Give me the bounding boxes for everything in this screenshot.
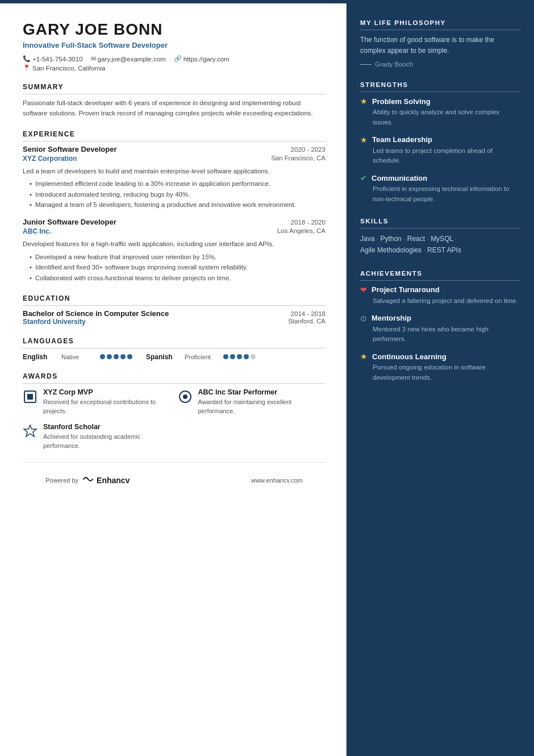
logo-icon [82,473,94,488]
achievement-item-1: ⊙ Mentorship Mentored 3 new hires who be… [360,314,520,344]
edu-degree-0: Bachelor of Science in Computer Science [23,309,169,318]
strength-icon-star-0: ★ [360,97,368,106]
dot [127,354,132,359]
award-title-2: Stanford Scholar [43,423,171,431]
link-icon: 🔗 [174,55,182,63]
award-item-2: Stanford Scholar Achieved for outstandin… [23,423,171,451]
dot [107,354,112,359]
footer-url: www.enhancv.com [251,477,303,484]
strength-header-2: ✔ Communication [360,173,520,182]
bullet-0-1: Introduced automated testing, reducing b… [30,189,326,200]
email-icon: ✉ [91,55,96,63]
languages-title: LANGUAGES [23,337,326,348]
sep: · [425,235,431,243]
job-header-1: Junior Software Developer 2018 - 2020 [23,218,326,226]
achievement-header-1: ⊙ Mentorship [360,314,520,323]
achievements-section: ACHIEVEMENTS ❤ Project Turnaround Salvag… [360,270,520,383]
phone-value: +1-541-754-3010 [32,56,83,63]
svg-point-3 [183,394,187,399]
award-icon-0 [23,389,37,407]
enhancv-logo: Enhancv [82,473,130,488]
sep: · [422,246,427,254]
experience-title: EXPERIENCE [23,130,326,142]
award-icon-2 [23,424,37,442]
achievement-header-0: ❤ Project Turnaround [360,285,520,294]
job-bullets-1: Developed a new feature that improved us… [23,252,326,283]
strength-icon-check-2: ✔ [360,173,367,182]
achievement-desc-0: Salvaged a faltering project and deliver… [360,296,520,306]
achievements-title: ACHIEVEMENTS [360,270,520,281]
edu-dates-0: 2014 - 2018 [291,310,326,317]
logo-text: Enhancv [97,476,130,485]
award-desc-2: Achieved for outstanding academic perfor… [43,432,171,451]
lang-level-1: Proficient [185,354,219,360]
location-value: San Francisco, California [32,65,105,72]
lang-name-1: Spanish [146,353,180,361]
education-section: EDUCATION Bachelor of Science in Compute… [23,294,326,326]
lang-dots-1 [223,354,256,359]
dot [114,354,119,359]
candidate-tagline: Innovative Full-Stack Software Developer [23,41,326,49]
phone-contact: 📞 +1-541-754-3010 [23,55,83,63]
bullet-1-0: Developed a new feature that improved us… [30,252,326,262]
skill-5: REST APIs [427,246,461,254]
strength-title-2: Communication [372,174,427,182]
dash-line [360,64,372,65]
strength-item-2: ✔ Communication Proficient in expressing… [360,173,520,204]
lang-name-0: English [23,353,57,361]
phone-icon: 📞 [23,55,31,63]
strengths-title: STRENGTHS [360,81,520,92]
skill-3: MySQL [431,235,453,243]
strength-title-1: Team Leadership [372,135,432,144]
strength-item-0: ★ Problem Solving Ability to quickly ana… [360,97,520,127]
strength-header-1: ★ Team Leadership [360,135,520,144]
skill-0: Java [360,235,374,243]
strength-desc-2: Proficient in expressing technical infor… [360,184,520,204]
achievement-desc-1: Mentored 3 new hires who became high per… [360,325,520,344]
award-item-1: ABC Inc Star Performer Awarded for maint… [178,388,326,416]
job-company-row-0: XYZ Corporation San Francisco, CA [23,155,326,163]
edu-item-0: Bachelor of Science in Computer Science … [23,309,326,326]
footer: Powered by Enhancv www.enhancv.com [23,462,326,499]
location-row: 📍 San Francisco, California [23,64,326,72]
achievement-item-0: ❤ Project Turnaround Salvaged a falterin… [360,285,520,306]
awards-section: AWARDS XYZ Corp MVP Received for excepti… [23,372,326,451]
strength-icon-star-1: ★ [360,135,368,144]
right-column: MY LIFE PHILOSOPHY The function of good … [347,3,534,756]
awards-title: AWARDS [23,372,326,384]
strength-desc-0: Ability to quickly analyze and solve com… [360,107,520,127]
job-desc-1: Developed features for a high-traffic we… [23,239,326,249]
job-location-0: San Francisco, CA [271,155,326,163]
bullet-0-2: Managed a team of 5 developers, fosterin… [30,200,326,210]
sep: · [402,235,407,243]
job-title-1: Junior Software Developer [23,218,116,226]
dot [237,354,242,359]
strength-header-0: ★ Problem Solving [360,97,520,106]
lang-level-0: Native [61,354,95,360]
award-desc-1: Awarded for maintaining excellent perfor… [198,397,326,416]
skills-section: SKILLS Java · Python · React · MySQL · A… [360,218,520,256]
award-title-1: ABC Inc Star Performer [198,388,326,396]
strengths-section: STRENGTHS ★ Problem Solving Ability to q… [360,81,520,204]
contact-row: 📞 +1-541-754-3010 ✉ gary.joe@example.com… [23,55,326,63]
award-item-0: XYZ Corp MVP Received for exceptional co… [23,388,171,416]
award-content-0: XYZ Corp MVP Received for exceptional co… [43,388,171,416]
award-icon-1 [178,389,193,407]
dot [223,354,228,359]
philosophy-quote: The function of good software is to make… [360,35,520,56]
star-icon: ★ [360,352,368,361]
email-contact: ✉ gary.joe@example.com [91,55,166,63]
author-name: Grady Booch [375,61,413,68]
edu-school-row-0: Stanford University Stanford, CA [23,318,326,326]
skill-1: Python [380,235,401,243]
pin-icon: ⊙ [360,314,367,323]
job-location-1: Los Angeles, CA [277,227,326,235]
email-value: gary.joe@example.com [98,56,166,63]
company-name-0: XYZ Corporation [23,155,77,163]
summary-text: Passionate full-stack developer with 6 y… [23,98,326,119]
strength-item-1: ★ Team Leadership Led teams to project c… [360,135,520,166]
job-item-0: Senior Software Developer 2020 - 2023 XY… [23,145,326,210]
job-desc-0: Led a team of developers to build and ma… [23,166,326,176]
sep: · [453,235,457,243]
achievement-title-0: Project Turnaround [372,285,440,294]
